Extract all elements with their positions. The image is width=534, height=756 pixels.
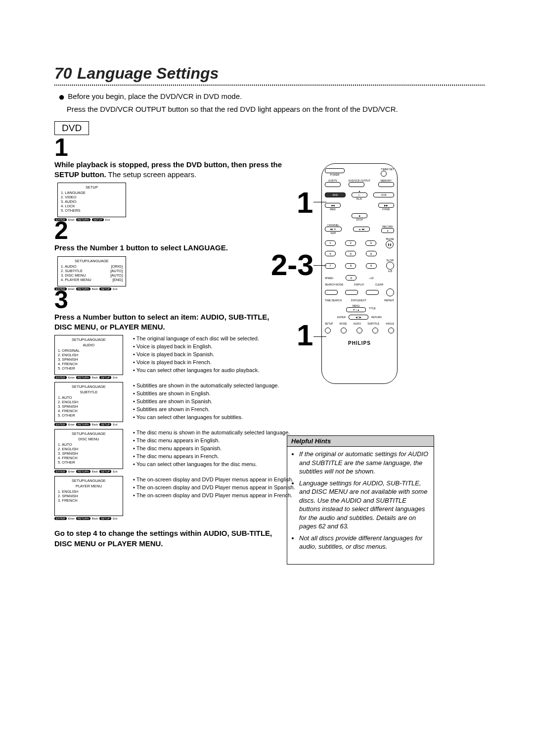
hint-item: Not all discs provide different language… bbox=[299, 534, 429, 551]
callout-1b: 1 bbox=[297, 321, 313, 350]
stop-button[interactable]: ■ bbox=[352, 213, 367, 218]
menu-button[interactable]: ▼ | ▲ bbox=[346, 307, 366, 312]
ab-button[interactable] bbox=[386, 288, 394, 296]
setup-screen-language: SETUP/LANGUAGE 1. AUDIO[ORIG] 2. SUBTITL… bbox=[57, 256, 126, 286]
dvd-button[interactable]: DVD bbox=[325, 192, 346, 197]
helpful-hints-box: Helpful Hints If the original or automat… bbox=[287, 435, 434, 565]
searchmode-button[interactable] bbox=[325, 290, 338, 295]
callout-23: 2-3 bbox=[271, 250, 314, 280]
setup-button[interactable] bbox=[325, 328, 331, 333]
rew-button[interactable]: ◀◀ bbox=[325, 203, 341, 208]
audio-button[interactable] bbox=[356, 328, 362, 333]
power-button[interactable] bbox=[325, 168, 345, 173]
setup-screen-subtitle: SETUP/LANGUAGE SUBTITLE 1. AUTO 2. ENGLI… bbox=[54, 382, 123, 422]
vcrtv-button[interactable] bbox=[325, 182, 341, 187]
num-5-button[interactable]: 5 bbox=[345, 251, 356, 256]
num-7-button[interactable]: 7 bbox=[325, 263, 336, 269]
channel-button[interactable]: ⏮ ▼ bbox=[325, 227, 342, 232]
play-button[interactable]: ▷ bbox=[352, 192, 367, 197]
callout-1: 1 bbox=[297, 188, 313, 218]
clear-button[interactable] bbox=[366, 290, 379, 295]
step-3-text: Press a Number button to select an item:… bbox=[54, 312, 287, 332]
hint-item: Language settings for AUDIO, SUB-TITLE, … bbox=[299, 479, 429, 531]
num-2-button[interactable]: 2 bbox=[345, 240, 356, 246]
goto-step4: Go to step 4 to change the settings with… bbox=[54, 528, 287, 549]
subtitle-button[interactable] bbox=[372, 328, 378, 333]
display-button[interactable] bbox=[345, 290, 358, 295]
hint-item: If the original or automatic settings fo… bbox=[299, 450, 429, 476]
pause-button[interactable]: ❚❚ bbox=[386, 240, 394, 248]
step-2-number: 2 bbox=[54, 218, 485, 243]
setup-screen-main: SETUP 1. LANGUAGE 2. VIDEO 3. AUDIO 4. L… bbox=[57, 183, 126, 217]
mode-badge: DVD bbox=[54, 121, 89, 135]
angle-button[interactable] bbox=[388, 328, 394, 333]
intro-note: ●Before you begin, place the DVD/VCR in … bbox=[58, 90, 485, 114]
page-title: Language Settings bbox=[77, 64, 219, 82]
dvdvcr-output-button[interactable] bbox=[349, 182, 364, 187]
audio-block: SETUP/LANGUAGE AUDIO 1. ORIGINAL 2. ENGL… bbox=[54, 335, 485, 379]
mode-button[interactable] bbox=[341, 328, 347, 333]
step-3-number: 3 bbox=[54, 287, 485, 312]
memory-button[interactable] bbox=[378, 182, 394, 187]
num-1-button[interactable]: 1 bbox=[325, 240, 336, 246]
step-1-text: While playback is stopped, press the DVD… bbox=[54, 160, 287, 180]
num-8-button[interactable]: 8 bbox=[345, 263, 356, 269]
step-1-number: 1 bbox=[54, 135, 485, 160]
slow-button[interactable] bbox=[386, 262, 394, 270]
page-number: 70 bbox=[54, 64, 72, 82]
num-3-button[interactable]: 3 bbox=[365, 240, 376, 246]
num-9-button[interactable]: 9 bbox=[366, 263, 377, 269]
vcr-button[interactable]: VCR bbox=[373, 192, 394, 197]
timer-set-button[interactable] bbox=[381, 171, 387, 177]
setup-screen-discmenu: SETUP/LANGUAGE DISC MENU 1. AUTO 2. ENGL… bbox=[54, 429, 123, 469]
brand-logo: PHILIPS bbox=[325, 340, 394, 346]
num-0-button[interactable]: 0 bbox=[346, 275, 356, 281]
setup-screen-playermenu: SETUP/LANGUAGE PLAYER MENU 1. ENGLISH 2.… bbox=[54, 476, 123, 516]
ffwd-button[interactable]: ▶▶ bbox=[378, 203, 394, 208]
helpful-hints-title: Helpful Hints bbox=[287, 436, 434, 447]
num-6-button[interactable]: 6 bbox=[366, 251, 377, 256]
setup-screen-audio: SETUP/LANGUAGE AUDIO 1. ORIGINAL 2. ENGL… bbox=[54, 335, 123, 375]
step-2-text: Press the Number 1 button to select LANG… bbox=[54, 243, 287, 253]
record-button[interactable]: ● bbox=[381, 228, 394, 233]
skip-button[interactable]: ▲ ⏭ bbox=[353, 227, 370, 232]
subtitle-block: SETUP/LANGUAGE SUBTITLE 1. AUTO 2. ENGLI… bbox=[54, 382, 485, 426]
remote-control: POWER TIMER SET VCR/TV DVD/VCR OUTPUT ME… bbox=[321, 163, 398, 384]
page-header: 70 Language Settings bbox=[54, 64, 485, 86]
num-4-button[interactable]: 4 bbox=[325, 251, 336, 256]
enter-return-button[interactable]: ◀ | ▶ bbox=[349, 315, 368, 320]
